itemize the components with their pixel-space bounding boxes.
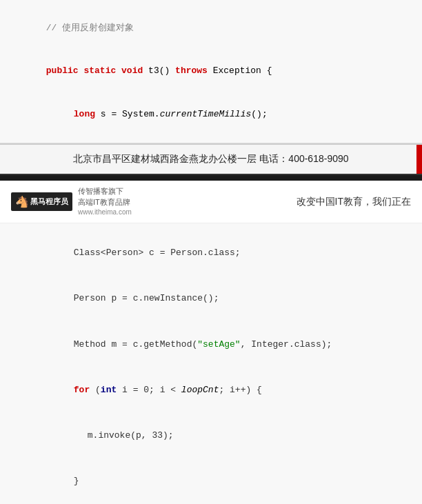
logo-sub2: 高端IT教育品牌 xyxy=(78,197,132,208)
main-code-section: Class<Person> c = Person.class; Person p… xyxy=(0,223,422,504)
logo-box: 🐴 黑马程序员 xyxy=(11,192,72,211)
comment-line: // 使用反射创建对象 xyxy=(14,7,408,50)
code-line-5: m.invoke(p, 33); xyxy=(14,413,408,458)
logo-sub: 传智播客旗下 xyxy=(78,186,132,196)
code-line-3: Method m = c.getMethod("setAge", Integer… xyxy=(14,322,408,367)
top-code-section: // 使用反射创建对象 public static void t3() thro… xyxy=(0,0,422,143)
brand-name: 黑马程序员 xyxy=(30,196,68,207)
code-line-6: } xyxy=(14,458,408,504)
logo-url: www.itheima.com xyxy=(78,208,132,217)
long-s-line: long s = System.currentTimeMillis(); xyxy=(14,93,408,136)
address-banner: 北京市昌平区建材城西路金燕龙办公楼一层 电话：400-618-9090 xyxy=(0,143,422,175)
code-line-2: Person p = c.newInstance(); xyxy=(14,276,408,321)
header-slogan: 改变中国IT教育，我们正在 xyxy=(297,196,411,208)
code-line-4: for (int i = 0; i < loopCnt; i++) { xyxy=(14,367,408,413)
method-signature-line: public static void t3() throws Exception… xyxy=(14,50,408,92)
logo-text-area: 传智播客旗下 高端IT教育品牌 www.itheima.com xyxy=(78,186,132,217)
comment-text: // 使用反射创建对象 xyxy=(46,23,134,33)
logo-area: 🐴 黑马程序员 传智播客旗下 高端IT教育品牌 www.itheima.com xyxy=(11,186,132,217)
page-wrapper: // 使用反射创建对象 public static void t3() thro… xyxy=(0,0,422,504)
dark-bar xyxy=(0,175,422,181)
horse-icon: 🐴 xyxy=(15,195,29,208)
address-text: 北京市昌平区建材城西路金燕龙办公楼一层 电话：400-618-9090 xyxy=(73,153,348,164)
code-line-1: Class<Person> c = Person.class; xyxy=(14,230,408,276)
site-header: 🐴 黑马程序员 传智播客旗下 高端IT教育品牌 www.itheima.com … xyxy=(0,181,422,223)
